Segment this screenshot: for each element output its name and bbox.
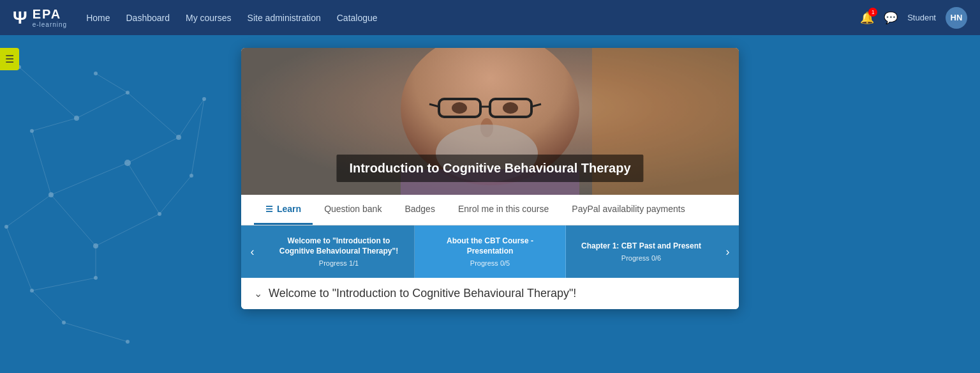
navbar-right: 🔔 1 💬 Student HN [860,7,967,29]
chapter-progress-0: Progress 1/1 [273,259,405,267]
next-chapter-button[interactable]: › [716,225,739,278]
learn-tab-icon: ☰ [265,204,273,214]
sidebar-toggle-button[interactable]: ☰ [0,48,19,70]
logo[interactable]: Ψ EPA e-learning [13,7,67,28]
nav-dashboard[interactable]: Dashboard [126,13,170,23]
tab-paypal-label: PayPal availability payments [572,204,685,214]
logo-elearning: e-learning [33,21,67,28]
chapter-name-2: Chapter 1: CBT Past and Present [575,241,707,252]
tab-enrol-label: Enrol me in this course [458,204,549,214]
tab-paypal[interactable]: PayPal availability payments [560,195,696,225]
welcome-text: Welcome to "Introduction to Cognitive Be… [269,287,576,300]
tab-question-bank-label: Question bank [324,204,382,214]
psi-icon: Ψ [13,8,27,28]
chapter-progress-2: Progress 0/6 [575,254,707,262]
welcome-section: ⌄ Welcome to "Introduction to Cognitive … [241,278,739,309]
chapter-name-1: About the CBT Course - Presentation [424,236,556,256]
nav-links: Home Dashboard My courses Site administr… [86,12,377,24]
tab-question-bank[interactable]: Question bank [313,195,393,225]
nav-site-admin[interactable]: Site administration [248,13,321,23]
notification-badge: 1 [868,8,877,17]
tab-badges[interactable]: Badges [393,195,446,225]
tab-learn-label: Learn [277,204,301,214]
chapter-item-0[interactable]: Welcome to "Introduction to Cognitive Be… [264,225,415,278]
logo-text: EPA e-learning [33,7,67,28]
nav-home[interactable]: Home [86,13,110,23]
svg-point-47 [503,102,518,114]
course-title: Introduction to Cognitive Behavioural Th… [336,155,643,182]
chapter-item-1[interactable]: About the CBT Course - Presentation Prog… [415,225,566,278]
navbar: Ψ EPA e-learning Home Dashboard My cours… [0,0,980,35]
logo-epa: EPA [33,7,67,21]
chapter-slider: ‹ Welcome to "Introduction to Cognitive … [241,225,739,278]
welcome-chevron-icon: ⌄ [254,287,262,300]
tab-enrol[interactable]: Enrol me in this course [447,195,560,225]
avatar[interactable]: HN [946,7,967,29]
course-tabs: ☰ Learn Question bank Badges Enrol me in… [241,195,739,225]
course-card: Introduction to Cognitive Behavioural Th… [241,48,739,309]
notification-bell[interactable]: 🔔 1 [860,11,874,25]
svg-point-46 [452,102,467,114]
chapter-list: Welcome to "Introduction to Cognitive Be… [264,225,716,278]
chat-icon[interactable]: 💬 [884,11,898,25]
chapter-progress-1: Progress 0/5 [424,259,556,267]
hamburger-icon: ☰ [5,53,14,65]
chapter-name-0: Welcome to "Introduction to Cognitive Be… [273,236,405,256]
student-label: Student [907,13,936,22]
chapter-item-2[interactable]: Chapter 1: CBT Past and Present Progress… [566,225,716,278]
nav-catalogue[interactable]: Catalogue [337,13,378,23]
tab-badges-label: Badges [405,204,434,214]
tab-learn[interactable]: ☰ Learn [254,195,313,225]
main-content: Introduction to Cognitive Behavioural Th… [0,35,980,373]
prev-chapter-button[interactable]: ‹ [241,225,264,278]
course-hero-image: Introduction to Cognitive Behavioural Th… [241,48,739,195]
nav-my-courses[interactable]: My courses [186,13,232,23]
